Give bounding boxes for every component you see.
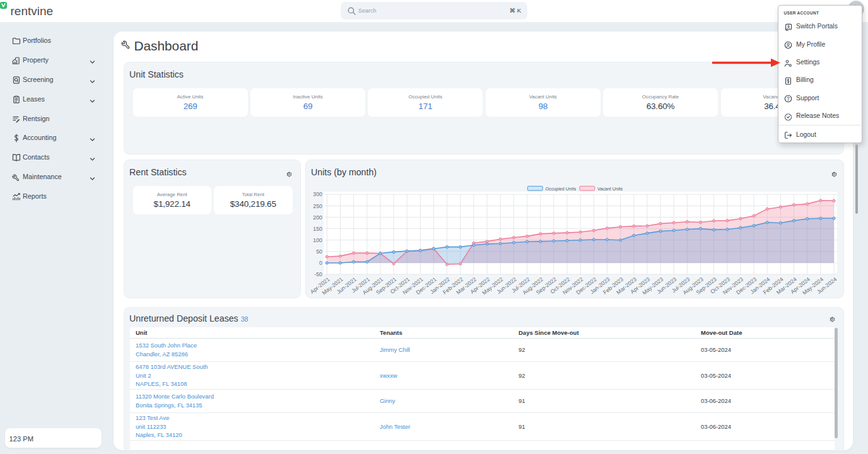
svg-text:250: 250 bbox=[313, 203, 322, 209]
svg-text:0: 0 bbox=[319, 260, 322, 266]
svg-text:200: 200 bbox=[313, 214, 322, 221]
svg-text:Vacant Units: Vacant Units bbox=[597, 186, 623, 192]
svg-text:150: 150 bbox=[313, 226, 322, 232]
svg-text:300: 300 bbox=[313, 191, 322, 197]
svg-text:100: 100 bbox=[313, 237, 322, 243]
svg-text:-50: -50 bbox=[314, 271, 322, 277]
svg-text:Occupied Units: Occupied Units bbox=[546, 186, 577, 192]
svg-text:50: 50 bbox=[316, 248, 322, 255]
